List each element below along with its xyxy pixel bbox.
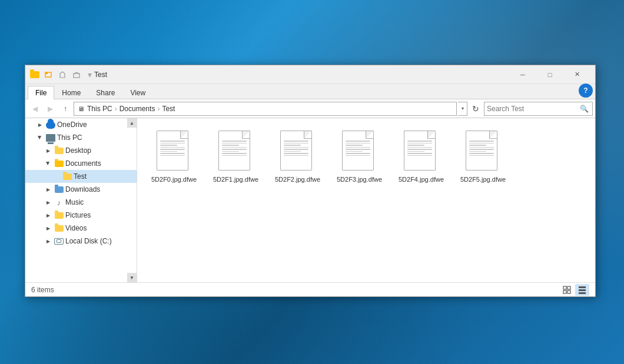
- breadcrumb-documents[interactable]: Documents: [120, 105, 155, 113]
- breadcrumb-this-pc[interactable]: This PC: [87, 105, 112, 113]
- sidebar-label-downloads: Downloads: [65, 185, 100, 193]
- svg-rect-2: [74, 74, 79, 78]
- svg-rect-6: [567, 290, 570, 293]
- documents-folder-icon: [54, 159, 64, 168]
- quick-access-btn-3[interactable]: [70, 68, 83, 81]
- file-item[interactable]: 5D2F4.jpg.dfwe: [393, 127, 449, 187]
- file-icon: [157, 131, 188, 171]
- sidebar-label-music: Music: [65, 198, 84, 206]
- desktop-folder-icon: [54, 146, 64, 155]
- expand-documents[interactable]: ▶: [44, 159, 52, 168]
- sidebar-item-desktop[interactable]: ▶ Desktop: [25, 144, 137, 157]
- sidebar-label-documents: Documents: [65, 159, 101, 168]
- pictures-folder-icon: [54, 211, 64, 220]
- sidebar-label-pictures: Pictures: [65, 211, 91, 219]
- file-icon: [280, 131, 312, 171]
- file-item[interactable]: 5D2F5.jpg.dfwe: [455, 127, 511, 187]
- sidebar-item-music[interactable]: ▶ ♪ Music: [25, 196, 137, 209]
- sidebar-item-this-pc[interactable]: ▶ This PC: [25, 131, 137, 144]
- search-box[interactable]: 🔍: [484, 102, 593, 116]
- expand-test[interactable]: [52, 172, 61, 181]
- expand-local-disk[interactable]: ▶: [44, 237, 52, 245]
- sidebar-item-documents[interactable]: ▶ Documents: [25, 157, 137, 170]
- close-button[interactable]: ✕: [563, 65, 590, 84]
- local-disk-icon: [54, 236, 64, 246]
- videos-folder-icon: [54, 223, 64, 233]
- file-icon: [404, 131, 436, 171]
- quick-access-btn-1[interactable]: [42, 68, 55, 81]
- sidebar: ▲ ▶ OneDrive ▶ This PC ▶: [25, 118, 137, 282]
- maximize-button[interactable]: □: [536, 65, 563, 84]
- address-path[interactable]: 🖥 This PC › Documents › Test: [74, 102, 457, 116]
- help-button[interactable]: ?: [579, 84, 593, 98]
- sidebar-label-test: Test: [74, 172, 87, 181]
- file-name: 5D2F2.jpg.dfwe: [275, 175, 320, 183]
- sidebar-item-local-disk[interactable]: ▶ Local Disk (C:): [25, 235, 137, 248]
- file-name: 5D2F3.jpg.dfwe: [337, 175, 382, 183]
- expand-desktop[interactable]: ▶: [44, 146, 52, 155]
- expand-downloads[interactable]: ▶: [44, 185, 52, 193]
- expand-onedrive[interactable]: ▶: [36, 121, 44, 129]
- search-input[interactable]: [487, 105, 578, 113]
- svg-rect-9: [579, 292, 586, 294]
- expand-music[interactable]: ▶: [44, 198, 52, 206]
- expand-pictures[interactable]: ▶: [44, 211, 52, 219]
- item-count: 6 items: [31, 286, 560, 294]
- title-separator: ▾: [88, 70, 92, 79]
- test-folder-icon: [62, 172, 72, 181]
- explorer-window: ▾ Test ─ □ ✕ File Home Share View ? ◀ ▶ …: [25, 65, 596, 297]
- sidebar-scroll-down[interactable]: ▼: [127, 273, 137, 282]
- minimize-button[interactable]: ─: [509, 65, 536, 84]
- address-dropdown[interactable]: ▾: [458, 102, 467, 116]
- window-title: Test: [94, 71, 509, 79]
- file-area: 5D2F0.jpg.dfwe5D2F1.jpg.dfwe5D2F2.jpg.df…: [137, 118, 595, 282]
- window-icon: [30, 70, 39, 79]
- downloads-folder-icon: [54, 185, 64, 194]
- this-pc-icon: [46, 133, 55, 142]
- svg-rect-7: [579, 286, 586, 288]
- onedrive-icon: [46, 120, 55, 129]
- grid-view-button[interactable]: [560, 284, 574, 296]
- breadcrumb-test[interactable]: Test: [162, 105, 175, 113]
- sidebar-item-videos[interactable]: ▶ Videos: [25, 222, 137, 235]
- svg-rect-4: [567, 286, 570, 289]
- svg-rect-1: [45, 72, 48, 74]
- sidebar-item-onedrive[interactable]: ▶ OneDrive: [25, 118, 137, 131]
- tab-share[interactable]: Share: [88, 86, 122, 99]
- back-button[interactable]: ◀: [28, 102, 42, 116]
- sidebar-item-test[interactable]: Test: [25, 170, 137, 183]
- sidebar-label-this-pc: This PC: [57, 133, 82, 142]
- file-item[interactable]: 5D2F0.jpg.dfwe: [146, 127, 202, 187]
- sidebar-scroll-up[interactable]: ▲: [127, 118, 137, 128]
- sidebar-item-downloads[interactable]: ▶ Downloads: [25, 183, 137, 196]
- expand-videos[interactable]: ▶: [44, 224, 52, 232]
- search-button[interactable]: 🔍: [578, 103, 590, 115]
- file-item[interactable]: 5D2F3.jpg.dfwe: [331, 127, 387, 187]
- file-item[interactable]: 5D2F2.jpg.dfwe: [270, 127, 326, 187]
- tab-view[interactable]: View: [122, 86, 153, 99]
- sidebar-label-local-disk: Local Disk (C:): [65, 237, 112, 245]
- file-grid: 5D2F0.jpg.dfwe5D2F1.jpg.dfwe5D2F2.jpg.df…: [143, 124, 589, 190]
- tab-file[interactable]: File: [28, 86, 54, 99]
- breadcrumb-computer-icon: 🖥: [78, 105, 84, 112]
- file-name: 5D2F0.jpg.dfwe: [151, 175, 197, 183]
- file-name: 5D2F4.jpg.dfwe: [399, 175, 444, 183]
- tab-home[interactable]: Home: [54, 86, 88, 99]
- quick-access-btn-2[interactable]: [56, 68, 69, 81]
- expand-this-pc[interactable]: ▶: [36, 133, 44, 142]
- refresh-button[interactable]: ↻: [469, 102, 483, 116]
- file-icon: [466, 131, 497, 171]
- svg-rect-8: [579, 289, 586, 291]
- sidebar-label-onedrive: OneDrive: [57, 121, 87, 129]
- sidebar-item-pictures[interactable]: ▶ Pictures: [25, 209, 137, 222]
- svg-rect-5: [563, 290, 566, 293]
- main-area: ▲ ▶ OneDrive ▶ This PC ▶: [25, 118, 595, 282]
- file-name: 5D2F1.jpg.dfwe: [213, 175, 258, 183]
- sidebar-label-desktop: Desktop: [65, 146, 91, 155]
- file-item[interactable]: 5D2F1.jpg.dfwe: [208, 127, 264, 187]
- up-button[interactable]: ↑: [58, 102, 72, 116]
- svg-rect-3: [563, 286, 566, 289]
- window-controls: ─ □ ✕: [509, 65, 590, 84]
- detail-view-button[interactable]: [575, 284, 589, 296]
- forward-button[interactable]: ▶: [43, 102, 57, 116]
